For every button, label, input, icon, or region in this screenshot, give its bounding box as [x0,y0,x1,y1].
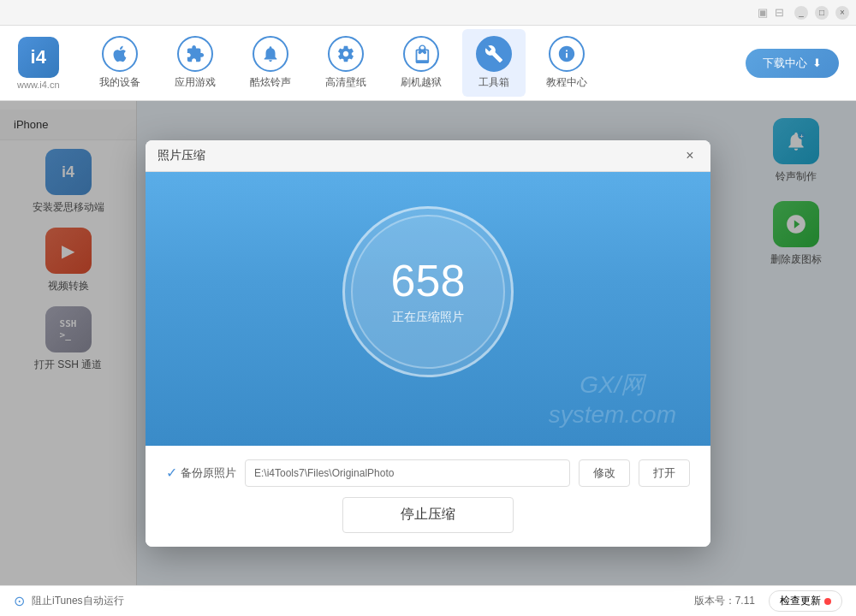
logo: i4 www.i4.cn [17,37,60,90]
download-center-button[interactable]: 下载中心 ⬇ [746,49,839,78]
modal-overlay: 照片压缩 × 658 正在压缩照片 GX/网 system.com [0,101,856,585]
download-icon: ⬇ [812,56,822,69]
minimize-button[interactable]: _ [794,6,808,20]
nav-item-ringtone[interactable]: 酷炫铃声 [236,29,305,97]
titlebar-controls[interactable]: ▣ ⊟ _ □ × [758,6,849,20]
nav-icon-my-device [102,36,138,72]
modal-action-row: 停止压缩 [166,497,690,533]
modal-close-button[interactable]: × [681,147,698,164]
check-update-button[interactable]: 检查更新 [769,590,842,612]
nav-icon-app-game [177,36,213,72]
header: i4 www.i4.cn 我的设备 应用游戏 酷炫铃声 高清 [0,26,856,101]
backup-label: ✓ 备份原照片 [166,465,236,481]
logo-site-text: www.i4.cn [17,80,60,90]
status-left-text: 阻止iTunes自动运行 [32,594,124,608]
nav-label-app-game: 应用游戏 [175,75,216,90]
nav-label-tutorial: 教程中心 [546,75,587,90]
nav-icon-ringtone [253,36,288,72]
nav-item-my-device[interactable]: 我的设备 [86,29,154,97]
stop-compress-button[interactable]: 停止压缩 [342,497,514,533]
nav-label-toolbox: 工具箱 [479,75,509,90]
nav-item-wallpaper[interactable]: 高清壁纸 [312,29,380,97]
logo-icon: i4 [18,37,59,78]
modal-footer: ✓ 备份原照片 修改 打开 停止压缩 [146,446,710,547]
backup-path-input[interactable] [245,459,570,487]
modify-button[interactable]: 修改 [579,459,630,487]
stop-itunes-icon: ⊙ [14,593,25,609]
close-button[interactable]: × [835,6,849,20]
version-label: 版本号：7.11 [694,594,755,608]
update-red-dot [824,598,831,605]
download-center-label: 下载中心 [763,56,807,71]
modal-titlebar: 照片压缩 × [146,140,710,172]
progress-circle-inner: 658 正在压缩照片 [351,215,505,369]
logo-icon-text: i4 [31,46,46,68]
open-button[interactable]: 打开 [639,459,690,487]
nav-icon-tutorial [549,36,585,72]
nav-item-tutorial[interactable]: 教程中心 [532,29,601,97]
titlebar: ▣ ⊟ _ □ × [0,0,856,26]
check-update-label: 检查更新 [780,594,821,608]
watermark-line1: GX/网 [549,369,676,401]
nav-item-jailbreak[interactable]: 刷机越狱 [387,29,455,97]
check-icon: ✓ [166,465,177,481]
modal-title: 照片压缩 [158,148,205,163]
progress-circle: 658 正在压缩照片 [342,206,514,377]
status-right: 版本号：7.11 检查更新 [694,590,842,612]
nav-label-wallpaper: 高清壁纸 [325,75,366,90]
maximize-button[interactable]: □ [815,6,829,20]
progress-number: 658 [391,258,466,303]
watermark: GX/网 system.com [549,369,676,429]
nav-label-ringtone: 酷炫铃声 [250,75,291,90]
nav-icon-wallpaper [328,36,364,72]
modal-body: 658 正在压缩照片 GX/网 system.com [146,172,710,446]
backup-label-text: 备份原照片 [181,465,236,481]
titlebar-icon2: ⊟ [775,6,784,19]
watermark-line2: system.com [549,401,676,429]
modal-backup-row: ✓ 备份原照片 修改 打开 [166,459,690,487]
nav-bar: 我的设备 应用游戏 酷炫铃声 高清壁纸 刷机越狱 [86,29,746,97]
nav-icon-jailbreak [403,36,439,72]
nav-item-toolbox[interactable]: 工具箱 [462,29,526,97]
photo-compress-modal: 照片压缩 × 658 正在压缩照片 GX/网 system.com [146,140,710,547]
progress-text: 正在压缩照片 [392,310,464,325]
nav-label-my-device: 我的设备 [99,75,140,90]
nav-item-app-game[interactable]: 应用游戏 [161,29,229,97]
status-left: ⊙ 阻止iTunes自动运行 [14,593,124,609]
nav-label-jailbreak: 刷机越狱 [401,75,442,90]
statusbar: ⊙ 阻止iTunes自动运行 版本号：7.11 检查更新 [0,585,856,616]
nav-icon-toolbox [476,36,512,72]
titlebar-icon1: ▣ [758,6,768,19]
